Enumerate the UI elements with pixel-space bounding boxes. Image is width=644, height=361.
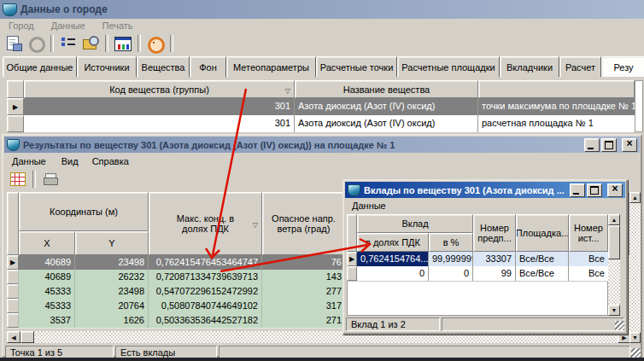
results-titlebar[interactable]: Результаты по веществу 301 (Азота диокси…	[4, 137, 640, 153]
cell-wind[interactable]: 271	[262, 313, 345, 328]
cell-wind[interactable]: 143	[262, 270, 345, 284]
tab-meteoparametry[interactable]: Метеопараметры	[226, 56, 316, 79]
printer-icon[interactable]	[40, 170, 61, 189]
contrib-col-src[interactable]: Номер ист...	[569, 214, 608, 252]
vscroll-thumb[interactable]	[608, 225, 620, 259]
tab-raschetnye-tochki[interactable]: Расчетные точки	[316, 56, 397, 79]
contrib-col-site[interactable]: Площадка...	[516, 214, 569, 252]
report-icon[interactable]	[3, 34, 24, 53]
substances-col-note[interactable]	[478, 80, 635, 98]
cell-wind[interactable]: 317	[262, 299, 345, 313]
cell-wind[interactable]: 76	[262, 255, 345, 270]
cell-pdk[interactable]: 0,7624154764...	[357, 252, 429, 266]
tab-vkladchiki[interactable]: Вкладчики	[500, 56, 559, 79]
cell-name[interactable]: Азота диоксид (Азот (IV) оксид)	[295, 98, 478, 115]
cell-src[interactable]: Все	[569, 266, 608, 281]
substances-col-name[interactable]: Название вещества	[295, 80, 478, 98]
cell-note[interactable]: точки максимума по площадке № 1	[478, 98, 635, 115]
results-vscroll-track[interactable]	[629, 192, 641, 343]
cell-name[interactable]: Азота диоксид (Азот (IV) оксид)	[295, 115, 478, 132]
chart-icon[interactable]	[113, 34, 133, 53]
contrib-titlebar[interactable]: Вклады по веществу 301 (Азота диоксид ..…	[345, 182, 625, 198]
close-button[interactable]	[622, 138, 637, 152]
cell-y[interactable]: 20764	[75, 299, 149, 313]
maximize-button[interactable]	[587, 183, 602, 197]
minimize-button[interactable]	[570, 183, 585, 197]
menu-vid[interactable]: Вид	[56, 155, 84, 167]
contrib-col-group[interactable]: Вклад	[357, 214, 473, 233]
table-row[interactable]: 40689 26232 0,720871334739639713 143	[7, 270, 345, 285]
hscroll-thumb[interactable]	[20, 331, 34, 343]
tab-raschet[interactable]: Расчет	[559, 56, 601, 79]
cell-code[interactable]: 301	[24, 98, 295, 115]
scroll-up-button[interactable]	[629, 192, 641, 203]
contrib-col-num[interactable]: Номер предп...	[473, 214, 516, 252]
results-col-wind[interactable]: Опасное напр. ветра (град)	[262, 192, 345, 255]
scroll-up-button[interactable]	[608, 214, 620, 225]
list-icon[interactable]	[58, 34, 79, 53]
maximize-button[interactable]	[601, 138, 617, 152]
table-row[interactable]: 45333 20764 0,50807840744649102 317	[7, 299, 345, 314]
table-row[interactable]: 3537 1626 0,503363536442527182 271	[7, 313, 345, 329]
menu-dannye[interactable]: Данные	[46, 20, 91, 32]
menu-spravka[interactable]: Справка	[87, 155, 134, 167]
cell-site[interactable]: Все/Все	[516, 266, 569, 281]
cell-y[interactable]: 23498	[75, 255, 149, 270]
table-report-icon[interactable]	[8, 170, 28, 189]
cell-conc[interactable]: 0,50807840744649102	[149, 299, 262, 313]
cell-x[interactable]: 40689	[19, 270, 75, 284]
dial-icon[interactable]	[145, 34, 166, 53]
cell-x[interactable]: 40689	[19, 255, 75, 270]
cell-pct[interactable]: 99,999999...	[429, 252, 473, 266]
results-col-conc[interactable]: Макс. конц. в долях ПДК	[149, 192, 262, 255]
substances-vscroll[interactable]	[635, 80, 643, 132]
refresh-icon[interactable]	[26, 34, 46, 53]
search-folder-icon[interactable]	[80, 34, 101, 53]
tab-obshchie-dannye[interactable]: Общие данные	[3, 56, 77, 79]
cell-x[interactable]: 45333	[19, 284, 75, 299]
cell-y[interactable]: 26232	[75, 270, 149, 284]
substances-col-code[interactable]: Код вещества (группы)	[24, 80, 295, 98]
table-row[interactable]: 45333 23498 0,547072296152472992 277	[7, 284, 345, 300]
cell-conc[interactable]: 0,547072296152472992	[149, 284, 262, 299]
cell-x[interactable]: 45333	[19, 299, 75, 313]
table-row[interactable]: 301 Азота диоксид (Азот (IV) оксид) точк…	[7, 98, 635, 115]
table-row[interactable]: 0 0 99 Все/Все Все	[347, 266, 608, 282]
resize-grip[interactable]	[615, 321, 624, 330]
tab-raschetnye-ploshchadki[interactable]: Расчетные площадки	[397, 56, 500, 79]
scroll-left-button[interactable]	[7, 331, 20, 343]
minimize-button[interactable]	[584, 138, 600, 152]
table-row[interactable]: 301 Азота диоксид (Азот (IV) оксид) расч…	[7, 115, 635, 133]
cell-y[interactable]: 23498	[75, 284, 149, 299]
scroll-down-button[interactable]	[629, 332, 641, 343]
scroll-down-button[interactable]	[608, 305, 620, 316]
results-col-y[interactable]: Y	[75, 231, 149, 255]
close-button[interactable]	[607, 183, 623, 197]
cell-conc[interactable]: 0,503363536442527182	[149, 313, 262, 328]
cell-x[interactable]: 3537	[19, 313, 75, 328]
results-col-x[interactable]: X	[19, 231, 75, 255]
main-window-titlebar[interactable]: Данные о городе	[0, 0, 644, 19]
contrib-col-pct[interactable]: в %	[429, 233, 473, 252]
cell-src[interactable]: Все	[569, 252, 608, 266]
cell-conc[interactable]: 0,762415476453464747	[149, 255, 262, 270]
table-row[interactable]: 0,7624154764... 99,999999... 33307 Все/В…	[347, 252, 608, 266]
table-row[interactable]: 40689 23498 0,762415476453464747 76	[7, 255, 345, 270]
resize-grip[interactable]	[631, 348, 641, 358]
cell-site[interactable]: Все/Все	[516, 252, 569, 266]
menu-dannye[interactable]: Данные	[347, 200, 391, 212]
cell-conc[interactable]: 0,720871334739639713	[149, 270, 262, 284]
cell-pct[interactable]: 0	[429, 266, 473, 281]
results-col-coords[interactable]: Координаты (м)	[19, 192, 149, 231]
cell-num[interactable]: 33307	[473, 252, 516, 266]
cell-num[interactable]: 99	[473, 266, 516, 281]
cell-wind[interactable]: 277	[262, 284, 345, 299]
tab-istochniki[interactable]: Источники	[77, 56, 137, 79]
cell-note[interactable]: расчетная площадка № 1	[478, 115, 635, 132]
cell-code[interactable]: 301	[24, 115, 295, 132]
tab-rezultaty[interactable]: Резу	[601, 56, 644, 79]
cell-y[interactable]: 1626	[75, 313, 149, 328]
tab-veshchestva[interactable]: Вещества	[137, 56, 190, 79]
menu-gorod[interactable]: Город	[3, 20, 39, 32]
cell-pdk[interactable]: 0	[357, 266, 429, 281]
